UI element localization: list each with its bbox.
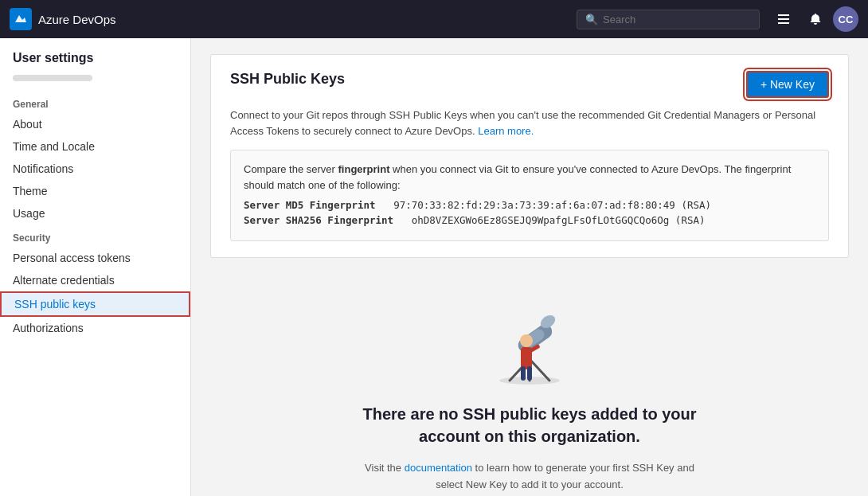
sidebar-title: User settings [0,51,190,72]
md5-fingerprint-row: Server MD5 Fingerprint 97:70:33:82:fd:29… [244,199,815,211]
logo-icon [10,8,32,30]
sidebar-item-alternate-credentials[interactable]: Alternate credentials [0,269,190,291]
telescope-illustration [478,283,581,387]
sidebar-item-notifications[interactable]: Notifications [0,158,190,180]
page-layout: User settings General About Time and Loc… [0,38,868,496]
list-icon[interactable] [769,5,798,33]
search-icon: 🔍 [585,14,598,25]
topbar: Azure DevOps 🔍 CC [0,0,868,38]
svg-rect-2 [778,22,789,24]
sidebar-item-ssh-public-keys[interactable]: SSH public keys [0,291,190,317]
md5-value: 97:70:33:82:fd:29:3a:73:39:af:6a:07:ad:f… [393,199,711,211]
fingerprint-intro: Compare the server fingerprint when you … [244,162,815,193]
sha256-value: ohD8VZEXGWo6Ez8GSEJQ9WpafgLFsOfLOtGGQCQo… [412,214,706,226]
sha256-fingerprint-row: Server SHA256 Fingerprint ohD8VZEXGWo6Ez… [244,214,815,226]
sidebar-item-usage[interactable]: Usage [0,202,190,225]
svg-rect-0 [778,14,789,16]
documentation-link[interactable]: documentation [405,462,472,474]
sidebar-section-security: Security [0,225,190,247]
ssh-panel: SSH Public Keys + New Key Connect to you… [210,54,849,258]
app-name: Azure DevOps [38,13,116,26]
svg-rect-1 [778,18,789,20]
svg-point-13 [520,334,533,347]
svg-rect-11 [521,366,526,381]
sidebar-item-about[interactable]: About [0,113,190,135]
sidebar-item-time-locale[interactable]: Time and Locale [0,135,190,158]
notifications-icon[interactable] [801,5,830,33]
user-placeholder-bar [13,75,92,81]
learn-more-link[interactable]: Learn more. [478,125,534,137]
empty-state-title: There are no SSH public keys added to yo… [362,403,697,447]
md5-label: Server MD5 Fingerprint [244,199,376,211]
app-logo[interactable]: Azure DevOps [10,8,116,30]
sidebar: User settings General About Time and Loc… [0,38,191,496]
sidebar-item-theme[interactable]: Theme [0,180,190,202]
empty-state-description: Visit the documentation to learn how to … [362,460,697,494]
search-input[interactable] [603,14,751,25]
fingerprint-box: Compare the server fingerprint when you … [230,150,829,241]
sidebar-item-personal-access-tokens[interactable]: Personal access tokens [0,247,190,269]
sidebar-item-authorizations[interactable]: Authorizations [0,317,190,339]
search-box[interactable]: 🔍 [577,10,760,29]
user-avatar[interactable]: CC [833,6,858,32]
page-title: SSH Public Keys [230,71,345,88]
new-key-button[interactable]: + New Key [746,71,829,98]
sha256-label: Server SHA256 Fingerprint [244,214,393,226]
svg-rect-12 [527,366,532,381]
sidebar-user [0,72,190,91]
ssh-header: SSH Public Keys + New Key [230,71,829,98]
sidebar-section-general: General [0,91,190,113]
topbar-actions: CC [769,5,858,33]
main-content: SSH Public Keys + New Key Connect to you… [191,38,868,496]
ssh-description: Connect to your Git repos through SSH Pu… [230,107,829,139]
empty-state: There are no SSH public keys added to yo… [210,258,849,496]
